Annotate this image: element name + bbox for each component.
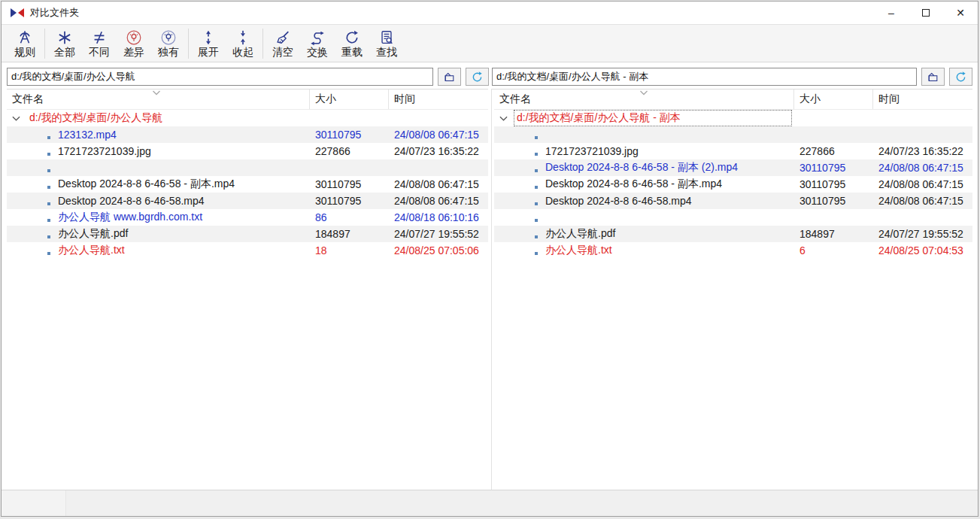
refresh-icon [954, 71, 967, 83]
time-cell: 24/08/25 07:04:53 [873, 244, 972, 256]
file-name: 办公人导航 www.bgrdh.com.txt [58, 211, 202, 224]
toolbar-button-label: 不同 [89, 47, 110, 58]
folder-browse-icon [443, 71, 456, 83]
file-name: Desktop 2024-8-8 6-46-58 - 副本 (2).mp4 [545, 161, 738, 175]
toolbar-button-清空[interactable]: 清空 [265, 26, 300, 61]
toolbar-button-展开[interactable]: 展开 [191, 26, 226, 61]
file-name: 1721723721039.jpg [545, 145, 639, 157]
tree-expand-chevron-icon[interactable] [12, 116, 20, 121]
column-header-time[interactable]: 时间 [873, 90, 972, 109]
file-row[interactable]: 123132.mp4 30110795 24/08/08 06:47:15 [7, 126, 488, 143]
file-name: Desktop 2024-8-8 6-46-58.mp4 [545, 195, 692, 207]
toolbar-button-label: 收起 [232, 47, 253, 58]
missing-file-row[interactable] [494, 126, 972, 143]
file-name: 1721723721039.jpg [58, 145, 151, 157]
file-name: 办公人导航.pdf [545, 227, 615, 241]
time-cell: 24/08/08 06:47:15 [389, 195, 488, 207]
file-row[interactable]: Desktop 2024-8-8 6-46-58 - 副本.mp4 301107… [494, 176, 972, 193]
file-row[interactable]: 办公人导航.txt 18 24/08/25 07:05:06 [7, 242, 488, 259]
status-bar [2, 490, 978, 516]
toolbar-button-label: 交换 [307, 47, 328, 58]
close-button[interactable]: ✕ [943, 2, 978, 24]
find-icon [378, 29, 395, 46]
column-header-size[interactable]: 大小 [794, 90, 873, 109]
app-window: 对比文件夹 – ✕ 规则 全部 不同 差异 独有 [1, 1, 978, 517]
file-dot-icon [535, 169, 538, 172]
toolbar: 规则 全部 不同 差异 独有 展开 收起 [2, 24, 978, 62]
file-name: Desktop 2024-8-8 6-46-58 - 副本.mp4 [58, 178, 235, 191]
toolbar-button-label: 展开 [198, 47, 219, 58]
toolbar-button-收起[interactable]: 收起 [226, 26, 260, 61]
tree-root-row[interactable]: d:/我的文档/桌面/办公人导航 - 副本 [494, 110, 972, 126]
minimize-button[interactable]: – [874, 2, 909, 24]
root-folder-label: d:/我的文档/桌面/办公人导航 [27, 111, 165, 126]
file-row[interactable]: 办公人导航 www.bgrdh.com.txt 86 24/08/18 06:1… [7, 209, 488, 226]
file-row[interactable]: 办公人导航.txt 6 24/08/25 07:04:53 [494, 242, 972, 259]
right-refresh-button[interactable] [949, 68, 972, 86]
size-cell: 30110795 [310, 129, 389, 141]
file-row[interactable]: 1721723721039.jpg 227866 24/07/23 16:35:… [7, 143, 488, 159]
file-row[interactable]: Desktop 2024-8-8 6-46-58 - 副本.mp4 301107… [7, 176, 488, 193]
file-name: 办公人导航.txt [545, 244, 612, 257]
tree-expand-chevron-icon[interactable] [499, 116, 508, 121]
file-dot-icon [47, 252, 50, 255]
size-cell: 227866 [310, 145, 389, 157]
bulb-red-icon [126, 29, 142, 46]
left-path-input[interactable] [7, 68, 433, 86]
toolbar-button-不同[interactable]: 不同 [82, 26, 117, 61]
file-name: 办公人导航.pdf [58, 227, 128, 241]
file-dot-icon [47, 169, 50, 172]
maximize-button[interactable] [909, 2, 943, 24]
tree-root-row[interactable]: d:/我的文档/桌面/办公人导航 [7, 110, 488, 126]
file-dot-icon [47, 136, 50, 139]
toolbar-button-独有[interactable]: 独有 [151, 26, 186, 61]
right-browse-button[interactable] [921, 68, 945, 86]
asterisk-all-icon [56, 29, 73, 46]
file-name: Desktop 2024-8-8 6-46-58.mp4 [58, 195, 205, 207]
left-file-tree: d:/我的文档/桌面/办公人导航 123132.mp4 30110795 24/… [7, 110, 488, 490]
column-header-size[interactable]: 大小 [310, 90, 389, 109]
size-cell: 30110795 [794, 178, 873, 190]
left-refresh-button[interactable] [466, 68, 489, 86]
file-dot-icon [47, 202, 50, 205]
toolbar-button-规则[interactable]: 规则 [8, 26, 42, 61]
file-dot-icon [535, 202, 538, 205]
toolbar-button-查找[interactable]: 查找 [369, 26, 404, 61]
swap-icon [309, 29, 326, 46]
toolbar-button-label: 差异 [123, 47, 144, 58]
column-header-filename[interactable]: 文件名 [7, 90, 310, 109]
time-cell: 24/08/08 06:47:15 [873, 178, 972, 190]
collapse-icon [235, 29, 251, 46]
missing-file-row[interactable] [7, 159, 488, 176]
file-row[interactable]: 办公人导航.pdf 184897 24/07/27 19:55:52 [7, 226, 488, 242]
file-row[interactable]: Desktop 2024-8-8 6-46-58.mp4 30110795 24… [494, 193, 972, 209]
right-path-input[interactable] [492, 68, 917, 86]
toolbar-separator [262, 29, 263, 59]
brush-clear-icon [275, 29, 291, 46]
file-dot-icon [47, 235, 50, 238]
left-browse-button[interactable] [438, 68, 461, 86]
file-row[interactable]: 1721723721039.jpg 227866 24/07/23 16:35:… [494, 143, 972, 159]
title-bar: 对比文件夹 – ✕ [2, 2, 978, 24]
toolbar-button-全部[interactable]: 全部 [47, 26, 82, 61]
file-name: 123132.mp4 [58, 129, 117, 141]
file-dot-icon [47, 219, 50, 222]
reload-icon [344, 29, 360, 46]
size-cell: 30110795 [794, 162, 873, 174]
file-row[interactable]: Desktop 2024-8-8 6-46-58.mp4 30110795 24… [7, 193, 488, 209]
column-header-filename[interactable]: 文件名 [494, 90, 794, 109]
missing-file-row[interactable] [494, 209, 972, 226]
root-folder-label[interactable]: d:/我的文档/桌面/办公人导航 - 副本 [514, 111, 791, 126]
toolbar-button-label: 清空 [272, 47, 293, 58]
toolbar-button-label: 重载 [341, 47, 363, 58]
file-row[interactable]: Desktop 2024-8-8 6-46-58 - 副本 (2).mp4 30… [494, 159, 972, 176]
right-file-panel: 文件名 大小 时间 d:/我的文档/桌面/办公人导航 - 副本 [491, 89, 972, 490]
file-row[interactable]: 办公人导航.pdf 184897 24/07/27 19:55:52 [494, 226, 972, 242]
toolbar-button-label: 规则 [14, 47, 35, 58]
toolbar-button-重载[interactable]: 重载 [335, 26, 369, 61]
toolbar-button-交换[interactable]: 交换 [300, 26, 335, 61]
time-cell: 24/07/27 19:55:52 [873, 228, 972, 240]
toolbar-button-差异[interactable]: 差异 [117, 26, 151, 61]
column-header-time[interactable]: 时间 [389, 90, 488, 109]
file-dot-icon [535, 252, 538, 255]
